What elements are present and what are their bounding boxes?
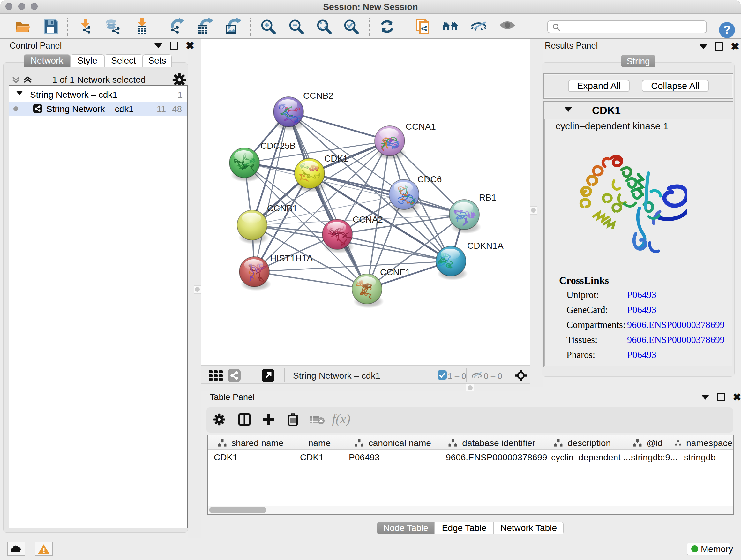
svg-text:HIST1H1A: HIST1H1A [270,253,313,263]
svg-text:CCNB1: CCNB1 [267,203,297,213]
svg-text:?: ? [724,23,731,37]
svg-text:CCNE1: CCNE1 [380,267,410,277]
svg-text:CDKN1A: CDKN1A [467,241,503,251]
svg-text:CDK1: CDK1 [324,153,348,164]
svg-text:RB1: RB1 [479,192,496,202]
svg-text:CCNA1: CCNA1 [406,122,436,132]
svg-text:CDC25B: CDC25B [260,141,295,151]
svg-text:CDC6: CDC6 [417,174,442,184]
svg-text:CCNA2: CCNA2 [353,214,383,225]
svg-text:CCNB2: CCNB2 [303,91,333,101]
